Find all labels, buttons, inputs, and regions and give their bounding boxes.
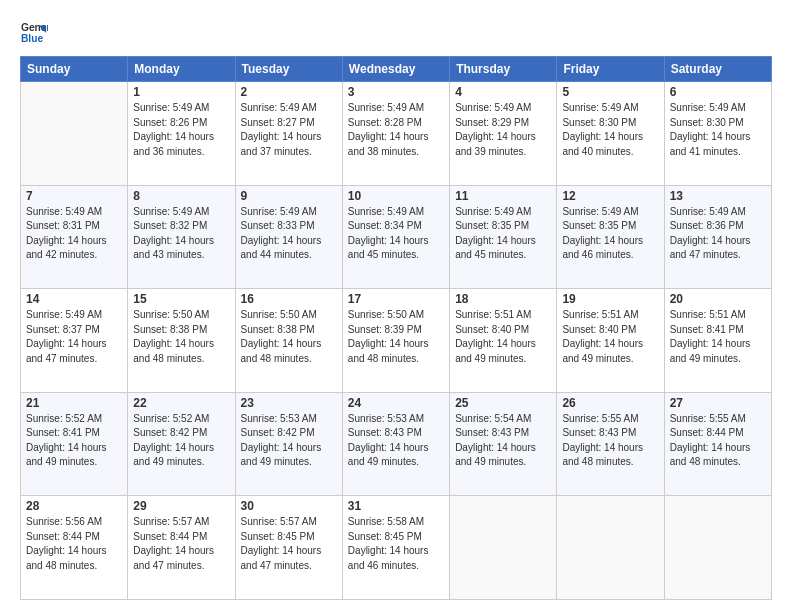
- day-number: 10: [348, 189, 444, 203]
- calendar-day-cell: 4Sunrise: 5:49 AMSunset: 8:29 PMDaylight…: [450, 82, 557, 186]
- calendar-day-header: Sunday: [21, 57, 128, 82]
- calendar-day-cell: 22Sunrise: 5:52 AMSunset: 8:42 PMDayligh…: [128, 392, 235, 496]
- day-number: 2: [241, 85, 337, 99]
- calendar-week-row: 21Sunrise: 5:52 AMSunset: 8:41 PMDayligh…: [21, 392, 772, 496]
- day-info: Sunrise: 5:51 AMSunset: 8:41 PMDaylight:…: [670, 308, 766, 366]
- calendar-day-cell: 19Sunrise: 5:51 AMSunset: 8:40 PMDayligh…: [557, 289, 664, 393]
- logo: General Blue: [20, 18, 48, 46]
- day-number: 28: [26, 499, 122, 513]
- day-info: Sunrise: 5:49 AMSunset: 8:28 PMDaylight:…: [348, 101, 444, 159]
- day-info: Sunrise: 5:57 AMSunset: 8:44 PMDaylight:…: [133, 515, 229, 573]
- calendar-day-cell: 21Sunrise: 5:52 AMSunset: 8:41 PMDayligh…: [21, 392, 128, 496]
- day-info: Sunrise: 5:53 AMSunset: 8:42 PMDaylight:…: [241, 412, 337, 470]
- calendar-day-cell: 27Sunrise: 5:55 AMSunset: 8:44 PMDayligh…: [664, 392, 771, 496]
- day-number: 6: [670, 85, 766, 99]
- calendar-day-cell: 10Sunrise: 5:49 AMSunset: 8:34 PMDayligh…: [342, 185, 449, 289]
- day-number: 20: [670, 292, 766, 306]
- calendar-day-cell: 2Sunrise: 5:49 AMSunset: 8:27 PMDaylight…: [235, 82, 342, 186]
- day-info: Sunrise: 5:49 AMSunset: 8:30 PMDaylight:…: [562, 101, 658, 159]
- day-number: 9: [241, 189, 337, 203]
- calendar-day-cell: 31Sunrise: 5:58 AMSunset: 8:45 PMDayligh…: [342, 496, 449, 600]
- calendar-day-cell: [664, 496, 771, 600]
- day-number: 24: [348, 396, 444, 410]
- day-number: 21: [26, 396, 122, 410]
- calendar-day-cell: [557, 496, 664, 600]
- calendar-week-row: 28Sunrise: 5:56 AMSunset: 8:44 PMDayligh…: [21, 496, 772, 600]
- day-info: Sunrise: 5:49 AMSunset: 8:35 PMDaylight:…: [562, 205, 658, 263]
- calendar-day-cell: 20Sunrise: 5:51 AMSunset: 8:41 PMDayligh…: [664, 289, 771, 393]
- day-number: 17: [348, 292, 444, 306]
- day-info: Sunrise: 5:49 AMSunset: 8:33 PMDaylight:…: [241, 205, 337, 263]
- calendar-day-cell: 7Sunrise: 5:49 AMSunset: 8:31 PMDaylight…: [21, 185, 128, 289]
- day-info: Sunrise: 5:49 AMSunset: 8:31 PMDaylight:…: [26, 205, 122, 263]
- day-number: 13: [670, 189, 766, 203]
- day-info: Sunrise: 5:50 AMSunset: 8:39 PMDaylight:…: [348, 308, 444, 366]
- calendar-day-cell: 11Sunrise: 5:49 AMSunset: 8:35 PMDayligh…: [450, 185, 557, 289]
- calendar-day-header: Monday: [128, 57, 235, 82]
- day-info: Sunrise: 5:49 AMSunset: 8:27 PMDaylight:…: [241, 101, 337, 159]
- calendar-day-cell: 16Sunrise: 5:50 AMSunset: 8:38 PMDayligh…: [235, 289, 342, 393]
- day-number: 19: [562, 292, 658, 306]
- day-info: Sunrise: 5:49 AMSunset: 8:34 PMDaylight:…: [348, 205, 444, 263]
- calendar-day-cell: 26Sunrise: 5:55 AMSunset: 8:43 PMDayligh…: [557, 392, 664, 496]
- header: General Blue: [20, 18, 772, 46]
- calendar-table: SundayMondayTuesdayWednesdayThursdayFrid…: [20, 56, 772, 600]
- day-info: Sunrise: 5:57 AMSunset: 8:45 PMDaylight:…: [241, 515, 337, 573]
- day-number: 29: [133, 499, 229, 513]
- day-number: 26: [562, 396, 658, 410]
- calendar-day-cell: 6Sunrise: 5:49 AMSunset: 8:30 PMDaylight…: [664, 82, 771, 186]
- day-info: Sunrise: 5:54 AMSunset: 8:43 PMDaylight:…: [455, 412, 551, 470]
- day-number: 16: [241, 292, 337, 306]
- calendar-week-row: 14Sunrise: 5:49 AMSunset: 8:37 PMDayligh…: [21, 289, 772, 393]
- day-number: 27: [670, 396, 766, 410]
- logo-icon: General Blue: [20, 18, 48, 46]
- calendar-day-cell: 30Sunrise: 5:57 AMSunset: 8:45 PMDayligh…: [235, 496, 342, 600]
- day-number: 1: [133, 85, 229, 99]
- calendar-day-cell: 24Sunrise: 5:53 AMSunset: 8:43 PMDayligh…: [342, 392, 449, 496]
- calendar-day-header: Friday: [557, 57, 664, 82]
- day-number: 8: [133, 189, 229, 203]
- calendar-day-cell: 3Sunrise: 5:49 AMSunset: 8:28 PMDaylight…: [342, 82, 449, 186]
- day-info: Sunrise: 5:55 AMSunset: 8:43 PMDaylight:…: [562, 412, 658, 470]
- calendar-day-cell: 23Sunrise: 5:53 AMSunset: 8:42 PMDayligh…: [235, 392, 342, 496]
- day-number: 22: [133, 396, 229, 410]
- day-info: Sunrise: 5:49 AMSunset: 8:26 PMDaylight:…: [133, 101, 229, 159]
- day-info: Sunrise: 5:51 AMSunset: 8:40 PMDaylight:…: [562, 308, 658, 366]
- calendar-day-cell: 15Sunrise: 5:50 AMSunset: 8:38 PMDayligh…: [128, 289, 235, 393]
- calendar-week-row: 1Sunrise: 5:49 AMSunset: 8:26 PMDaylight…: [21, 82, 772, 186]
- day-number: 4: [455, 85, 551, 99]
- calendar-day-cell: [450, 496, 557, 600]
- day-info: Sunrise: 5:58 AMSunset: 8:45 PMDaylight:…: [348, 515, 444, 573]
- day-number: 15: [133, 292, 229, 306]
- calendar-day-cell: 5Sunrise: 5:49 AMSunset: 8:30 PMDaylight…: [557, 82, 664, 186]
- day-info: Sunrise: 5:49 AMSunset: 8:36 PMDaylight:…: [670, 205, 766, 263]
- day-info: Sunrise: 5:50 AMSunset: 8:38 PMDaylight:…: [241, 308, 337, 366]
- calendar-day-header: Tuesday: [235, 57, 342, 82]
- day-number: 25: [455, 396, 551, 410]
- day-info: Sunrise: 5:52 AMSunset: 8:42 PMDaylight:…: [133, 412, 229, 470]
- day-number: 11: [455, 189, 551, 203]
- day-info: Sunrise: 5:53 AMSunset: 8:43 PMDaylight:…: [348, 412, 444, 470]
- calendar-day-cell: 29Sunrise: 5:57 AMSunset: 8:44 PMDayligh…: [128, 496, 235, 600]
- calendar-day-cell: 12Sunrise: 5:49 AMSunset: 8:35 PMDayligh…: [557, 185, 664, 289]
- page: General Blue SundayMondayTuesdayWednesda…: [0, 0, 792, 612]
- day-number: 31: [348, 499, 444, 513]
- calendar-day-cell: 1Sunrise: 5:49 AMSunset: 8:26 PMDaylight…: [128, 82, 235, 186]
- calendar-day-header: Saturday: [664, 57, 771, 82]
- calendar-day-header: Wednesday: [342, 57, 449, 82]
- calendar-day-cell: 28Sunrise: 5:56 AMSunset: 8:44 PMDayligh…: [21, 496, 128, 600]
- calendar-day-cell: 25Sunrise: 5:54 AMSunset: 8:43 PMDayligh…: [450, 392, 557, 496]
- day-number: 5: [562, 85, 658, 99]
- day-info: Sunrise: 5:49 AMSunset: 8:37 PMDaylight:…: [26, 308, 122, 366]
- calendar-header-row: SundayMondayTuesdayWednesdayThursdayFrid…: [21, 57, 772, 82]
- day-info: Sunrise: 5:51 AMSunset: 8:40 PMDaylight:…: [455, 308, 551, 366]
- day-info: Sunrise: 5:50 AMSunset: 8:38 PMDaylight:…: [133, 308, 229, 366]
- calendar-day-cell: 13Sunrise: 5:49 AMSunset: 8:36 PMDayligh…: [664, 185, 771, 289]
- day-info: Sunrise: 5:49 AMSunset: 8:30 PMDaylight:…: [670, 101, 766, 159]
- calendar-day-cell: 14Sunrise: 5:49 AMSunset: 8:37 PMDayligh…: [21, 289, 128, 393]
- calendar-day-cell: 8Sunrise: 5:49 AMSunset: 8:32 PMDaylight…: [128, 185, 235, 289]
- day-number: 12: [562, 189, 658, 203]
- svg-text:Blue: Blue: [21, 33, 44, 44]
- day-info: Sunrise: 5:56 AMSunset: 8:44 PMDaylight:…: [26, 515, 122, 573]
- day-info: Sunrise: 5:55 AMSunset: 8:44 PMDaylight:…: [670, 412, 766, 470]
